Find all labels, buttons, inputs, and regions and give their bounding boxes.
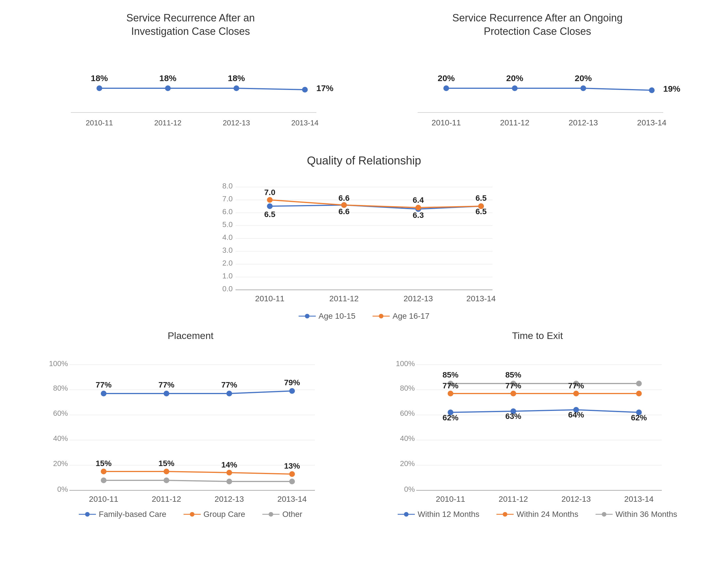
svg-text:20%: 20%	[400, 459, 415, 468]
svg-text:14%: 14%	[221, 460, 237, 469]
legend-36m: Within 36 Months	[596, 510, 677, 519]
legend-age1617-label: Age 16-17	[393, 312, 429, 321]
time-to-exit-chart: Time to Exit 0% 20% 40% 60% 80% 100% 201…	[364, 329, 711, 523]
svg-text:80%: 80%	[400, 384, 415, 392]
svg-text:85%: 85%	[505, 370, 521, 379]
quality-dot-1617	[478, 203, 484, 209]
svg-text:2012-13: 2012-13	[404, 294, 433, 303]
svg-text:2011-12: 2011-12	[152, 495, 181, 503]
quality-dot-1617	[415, 205, 421, 210]
svg-text:100%: 100%	[49, 359, 68, 368]
page: Service Recurrence After an Investigatio…	[0, 0, 728, 562]
svg-text:13%: 13%	[284, 461, 300, 470]
svg-point-111	[404, 512, 409, 517]
legend-age1015-label: Age 10-15	[319, 312, 355, 321]
placement-dot-fb	[101, 391, 106, 396]
placement-dot-other	[289, 479, 295, 484]
quality-legend: Age 10-15 Age 16-17	[299, 312, 429, 321]
placement-dot-fb	[226, 391, 232, 396]
svg-text:2.0: 2.0	[222, 259, 233, 267]
svg-text:2010-11: 2010-11	[86, 119, 113, 127]
placement-dot-other	[101, 477, 106, 483]
legend-gc: Group Care	[184, 510, 245, 519]
svg-text:2011-12: 2011-12	[500, 118, 529, 127]
svg-text:2013-14: 2013-14	[466, 294, 496, 303]
svg-text:80%: 80%	[53, 384, 68, 392]
legend-fb-label: Family-based Care	[99, 510, 166, 519]
svg-text:7.0: 7.0	[264, 188, 275, 197]
legend-24m-label: Within 24 Months	[516, 510, 578, 519]
svg-text:6.5: 6.5	[476, 194, 487, 202]
svg-text:79%: 79%	[284, 378, 300, 387]
svg-text:3.0: 3.0	[222, 246, 233, 254]
placement-dot-gc	[289, 471, 295, 477]
svg-text:6.6: 6.6	[339, 194, 350, 202]
dot	[302, 87, 308, 93]
svg-text:62%: 62%	[442, 413, 458, 422]
quality-dot-1617	[341, 202, 347, 208]
placement-chart: Placement 0% 20% 40% 60% 80% 100% 2010	[17, 329, 364, 523]
svg-text:1.0: 1.0	[222, 272, 233, 280]
svg-text:64%: 64%	[568, 410, 584, 419]
ongoing-chart: Service Recurrence After an Ongoing Prot…	[364, 11, 711, 148]
svg-text:100%: 100%	[396, 359, 415, 368]
svg-text:2011-12: 2011-12	[154, 119, 181, 127]
legend-age1015: Age 10-15	[299, 312, 355, 321]
svg-text:2013-14: 2013-14	[277, 495, 307, 503]
time-to-exit-svg: 0% 20% 40% 60% 80% 100% 2010-11 2011-12 …	[388, 348, 687, 507]
dot	[234, 85, 239, 91]
svg-text:2011-12: 2011-12	[498, 495, 528, 503]
svg-text:60%: 60%	[53, 409, 68, 418]
svg-text:20%: 20%	[574, 73, 592, 83]
svg-text:77%: 77%	[505, 381, 521, 390]
legend-line-icon-1015	[299, 313, 316, 319]
investigation-title: Service Recurrence After an Investigatio…	[126, 11, 255, 38]
quality-dot-1617	[267, 197, 273, 203]
svg-text:6.6: 6.6	[339, 207, 350, 216]
svg-text:6.3: 6.3	[413, 211, 424, 220]
svg-text:17%: 17%	[316, 83, 333, 93]
svg-text:77%: 77%	[442, 381, 458, 390]
legend-fb: Family-based Care	[79, 510, 166, 519]
svg-text:2013-14: 2013-14	[637, 118, 666, 127]
svg-text:2010-11: 2010-11	[89, 495, 118, 503]
placement-dot-gc	[101, 469, 106, 474]
legend-fb-icon	[79, 511, 96, 517]
svg-text:20%: 20%	[506, 73, 523, 83]
svg-text:2012-13: 2012-13	[214, 495, 244, 503]
svg-text:15%: 15%	[95, 459, 111, 468]
svg-point-52	[379, 314, 383, 318]
top-row: Service Recurrence After an Investigatio…	[17, 11, 711, 148]
placement-dot-gc	[226, 470, 232, 475]
legend-36m-icon	[596, 511, 613, 517]
legend-other: Other	[262, 510, 302, 519]
svg-text:2010-11: 2010-11	[436, 495, 465, 503]
svg-text:18%: 18%	[91, 73, 108, 83]
legend-gc-label: Group Care	[204, 510, 245, 519]
svg-text:77%: 77%	[568, 381, 584, 390]
placement-legend: Family-based Care Group Care Other	[79, 510, 302, 519]
dot	[512, 85, 518, 91]
bottom-row: Placement 0% 20% 40% 60% 80% 100% 2010	[17, 329, 711, 523]
svg-text:6.5: 6.5	[264, 210, 275, 219]
svg-text:18%: 18%	[228, 73, 245, 83]
svg-text:77%: 77%	[158, 380, 174, 389]
svg-point-50	[305, 314, 309, 318]
investigation-svg-wrap: 2010-11 2011-12 2012-13 2013-14 18% 18% …	[17, 44, 364, 141]
ongoing-svg: 2010-11 2011-12 2012-13 2013-14 20% 20% …	[395, 44, 680, 141]
svg-text:40%: 40%	[400, 434, 415, 443]
svg-text:2012-13: 2012-13	[568, 118, 598, 127]
svg-text:77%: 77%	[221, 380, 237, 389]
svg-text:5.0: 5.0	[222, 220, 233, 229]
quality-row: Quality of Relationship 0.0 1.0 2.0 3.0 …	[17, 154, 711, 321]
svg-text:0%: 0%	[404, 485, 415, 493]
svg-text:62%: 62%	[631, 413, 647, 422]
svg-text:8.0: 8.0	[222, 182, 233, 190]
legend-24m-icon	[496, 511, 514, 517]
quality-title: Quality of Relationship	[307, 154, 421, 167]
tte-dot-24	[573, 391, 579, 396]
svg-text:2013-14: 2013-14	[291, 119, 318, 127]
legend-12m-icon	[398, 511, 415, 517]
legend-line-icon-1617	[373, 313, 390, 319]
svg-text:7.0: 7.0	[222, 194, 233, 203]
